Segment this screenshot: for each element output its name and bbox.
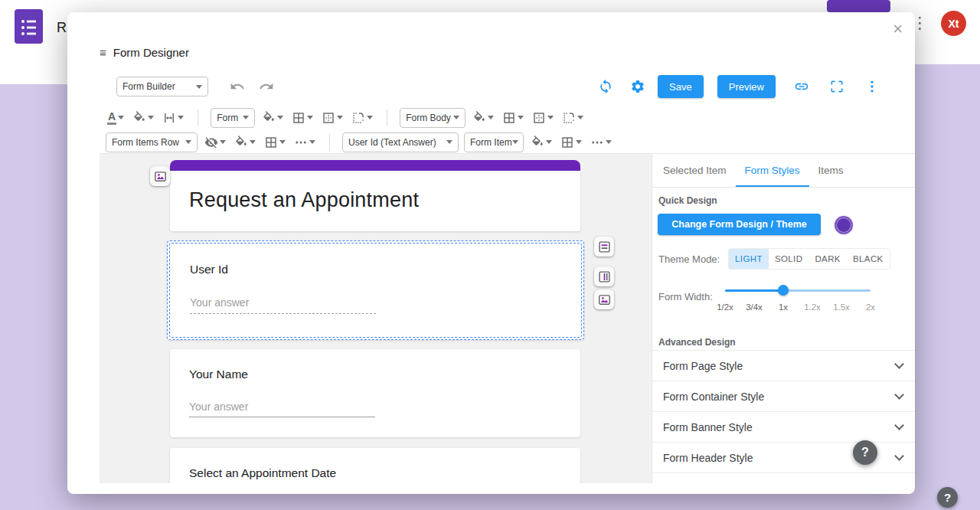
form-item-select-value: Form Item — [470, 137, 512, 148]
form-width-ticks: 1/2x 3/4x 1x 1.2x 1.5x 2x — [725, 302, 871, 313]
chevron-down-icon — [307, 116, 313, 123]
row-fill-color-button[interactable] — [233, 132, 257, 152]
text-color-button[interactable]: A — [106, 108, 126, 128]
theme-mode-light[interactable]: LIGHT — [729, 249, 769, 269]
forms-app-logo-icon[interactable] — [15, 9, 43, 44]
body-fill-color-button[interactable] — [471, 108, 495, 128]
form-borders-button[interactable] — [290, 108, 315, 128]
field-placeholder[interactable]: Your answer — [190, 296, 249, 309]
form-width-slider[interactable] — [725, 284, 871, 296]
item-row-style-button[interactable] — [594, 237, 614, 257]
form-items-toolbar: Form Items Row User Id (Text Answer) For… — [106, 132, 613, 152]
refresh-button[interactable] — [596, 77, 615, 96]
chevron-down-icon — [894, 390, 904, 400]
body-borders-button[interactable] — [501, 108, 525, 128]
preview-button[interactable]: Preview — [717, 75, 776, 98]
width-tick[interactable]: 3/4x — [746, 302, 763, 312]
send-button-partial[interactable] — [827, 0, 890, 12]
accordion-form-container-style[interactable]: Form Container Style — [652, 381, 915, 412]
chevron-down-icon — [606, 140, 612, 147]
accordion-label: Form Page Style — [663, 360, 743, 372]
close-icon[interactable]: × — [893, 20, 903, 38]
width-tick[interactable]: 1x — [779, 302, 788, 312]
tab-items[interactable]: Items — [809, 154, 853, 187]
tab-selected-item[interactable]: Selected Item — [654, 154, 736, 187]
form-builder-select[interactable]: Form Builder — [116, 77, 208, 96]
chevron-down-icon — [446, 140, 452, 147]
settings-gear-button[interactable] — [629, 77, 647, 96]
avatar[interactable]: Xt — [941, 11, 966, 36]
width-button[interactable] — [161, 108, 185, 128]
form-items-row-select[interactable]: Form Items Row — [106, 132, 198, 152]
app-toolbar-strip — [0, 64, 67, 84]
fill-color-button[interactable] — [131, 108, 155, 128]
menu-icon: ≡ — [100, 46, 106, 59]
row-more-button[interactable] — [292, 132, 317, 152]
accordion-form-banner-style[interactable]: Form Banner Style — [652, 412, 915, 443]
form-fill-color-button[interactable] — [260, 108, 285, 128]
body-outer-border-button[interactable] — [531, 108, 555, 128]
chevron-down-icon — [576, 140, 582, 147]
slider-thumb[interactable] — [778, 285, 789, 296]
chevron-down-icon — [309, 140, 315, 147]
redo-button[interactable] — [257, 77, 276, 96]
field-placeholder[interactable]: Your answer — [189, 400, 248, 413]
theme-color-swatch[interactable] — [835, 216, 853, 234]
link-button[interactable] — [792, 77, 811, 96]
form-target-select[interactable]: Form — [211, 108, 255, 128]
form-style-toolbar: A Form Form Body — [106, 107, 585, 128]
field-appointment-date[interactable]: Select an Appointment Date — [170, 448, 580, 483]
separator — [329, 134, 330, 151]
form-banner[interactable] — [170, 160, 580, 171]
form-header-card[interactable]: Request an Appointment — [170, 171, 580, 231]
field-your-name[interactable]: Your Name Your answer — [170, 349, 580, 437]
chevron-down-icon — [337, 116, 343, 123]
width-tick[interactable]: 2x — [866, 302, 875, 312]
item-borders-button[interactable] — [559, 132, 583, 152]
item-more-button[interactable] — [589, 132, 613, 152]
change-theme-button[interactable]: Change Form Design / Theme — [658, 214, 821, 235]
item-column-style-button[interactable] — [594, 266, 614, 286]
banner-style-button[interactable] — [150, 166, 170, 186]
chevron-down-icon — [453, 116, 459, 123]
field-underline — [190, 313, 376, 314]
page-help-button[interactable]: ? — [937, 487, 958, 508]
panel-help-button[interactable]: ? — [853, 440, 877, 465]
form-target-select-value: Form — [217, 113, 238, 123]
save-button[interactable]: Save — [658, 75, 704, 98]
form-corner-radius-button[interactable] — [350, 108, 374, 128]
selected-field-user-id[interactable]: User Id Your answer — [167, 240, 584, 340]
width-tick[interactable]: 1/2x — [717, 302, 733, 312]
chevron-down-icon — [185, 140, 191, 147]
width-tick[interactable]: 1.5x — [833, 302, 850, 312]
theme-mode-solid[interactable]: SOLID — [769, 249, 809, 269]
theme-mode-dark[interactable]: DARK — [808, 249, 847, 269]
field-underline — [189, 417, 375, 417]
item-fill-color-button[interactable] — [529, 132, 554, 152]
chevron-down-icon — [577, 116, 583, 123]
fullscreen-button[interactable] — [828, 77, 846, 96]
slider-fill — [725, 289, 783, 292]
row-borders-button[interactable] — [263, 132, 287, 152]
selected-item-select[interactable]: User Id (Text Answer) — [342, 132, 459, 152]
chevron-down-icon — [277, 116, 283, 123]
chevron-down-icon — [546, 140, 552, 147]
accordion-label: Form Container Style — [663, 391, 764, 403]
item-cell-style-button[interactable] — [594, 289, 614, 309]
width-tick[interactable]: 1.2x — [804, 302, 821, 312]
form-outer-border-button[interactable] — [320, 108, 345, 128]
chevron-down-icon — [488, 116, 494, 123]
more-options-button[interactable] — [863, 77, 881, 96]
theme-mode-black[interactable]: BLACK — [847, 249, 890, 269]
main-toolbar: Form Builder Save Preview — [116, 75, 881, 98]
visibility-button[interactable] — [203, 132, 227, 152]
form-canvas[interactable]: Request an Appointment User Id Your answ… — [100, 154, 652, 483]
chevron-down-icon — [518, 116, 524, 123]
form-item-select[interactable]: Form Item — [464, 132, 524, 152]
field-label: User Id — [190, 263, 228, 276]
tab-form-styles[interactable]: Form Styles — [736, 154, 809, 187]
undo-button[interactable] — [228, 77, 247, 96]
form-body-select[interactable]: Form Body — [400, 108, 466, 128]
body-corner-radius-button[interactable] — [560, 108, 585, 128]
accordion-form-page-style[interactable]: Form Page Style — [652, 351, 915, 381]
